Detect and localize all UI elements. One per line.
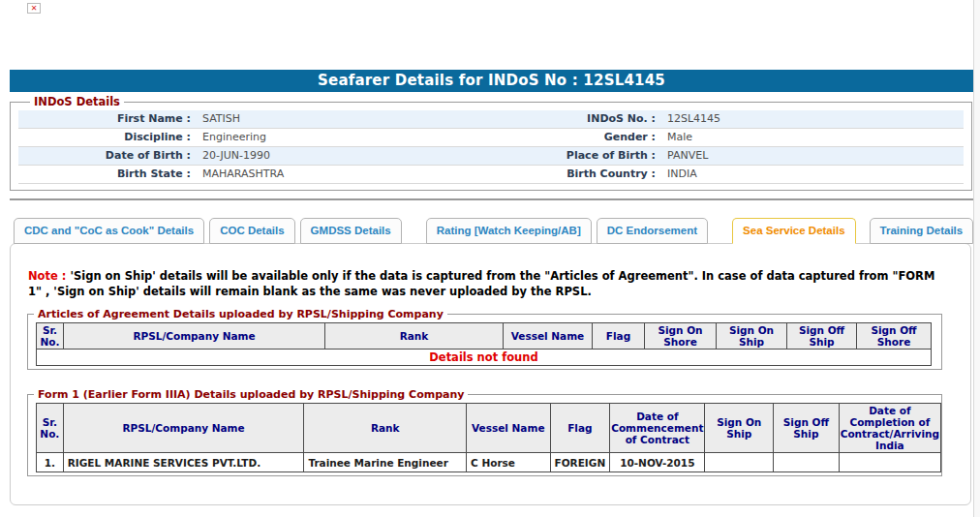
indos-details-fieldset: INDoS Details First Name : SATISH INDoS … — [10, 95, 972, 191]
column-header: Sign On Ship — [717, 323, 787, 350]
section-divider — [10, 198, 975, 200]
tab-training-details[interactable]: Training Details — [870, 218, 974, 244]
column-header: Rank — [304, 404, 467, 453]
indos-details-legend: INDoS Details — [30, 95, 124, 108]
column-header: Rank — [325, 323, 504, 350]
column-header: Vessel Name — [467, 404, 550, 453]
tab-dc-endorsement[interactable]: DC Endorsement — [597, 218, 708, 244]
column-header: Flag — [550, 404, 610, 453]
column-header: Vessel Name — [504, 323, 593, 350]
field-value: SATISH — [195, 110, 475, 128]
column-header: RPSL/Company Name — [63, 404, 304, 453]
indos-row: Discipline : Engineering Gender : Male — [18, 129, 964, 147]
column-header: Sign On Shore — [645, 323, 717, 350]
column-header: Sr. No. — [37, 323, 64, 350]
column-header: Date of Commencement of Contract — [610, 404, 705, 453]
tab-gmdss-details[interactable]: GMDSS Details — [300, 218, 402, 244]
cell-vessel-name: C Horse — [467, 453, 550, 472]
field-label: Place of Birth : — [475, 147, 659, 165]
table-row: 1. RIGEL MARINE SERVICES PVT.LTD. Traine… — [37, 453, 941, 472]
tab-coc-details[interactable]: COC Details — [209, 218, 294, 244]
form1-details-fieldset: Form 1 (Earlier Form IIIA) Details uploa… — [27, 388, 942, 476]
table-header-row: Sr. No. RPSL/Company Name Rank Vessel Na… — [37, 323, 932, 350]
field-value: Engineering — [195, 129, 475, 146]
table-header-row: Sr. No. RPSL/Company Name Rank Vessel Na… — [37, 404, 941, 453]
cell-rank: Trainee Marine Engineer — [304, 453, 467, 472]
tab-cdc-coc-cook[interactable]: CDC and "CoC as Cook" Details — [14, 218, 204, 244]
cell-flag: FOREIGN — [550, 453, 610, 472]
indos-row: Date of Birth : 20-JUN-1990 Place of Bir… — [18, 147, 964, 166]
empty-message: Details not found — [37, 350, 932, 366]
column-header: RPSL/Company Name — [64, 323, 325, 350]
column-header: Sign On Ship — [705, 404, 774, 453]
column-header: Sign Off Shore — [857, 323, 932, 350]
field-value: MAHARASHTRA — [195, 166, 475, 183]
column-header: Sign Off Ship — [774, 404, 840, 453]
articles-of-agreement-legend: Articles of Agreement Details uploaded b… — [34, 308, 447, 320]
field-label: Date of Birth : — [18, 147, 195, 165]
field-label: INDoS No. : — [475, 110, 659, 128]
tab-bar: CDC and "CoC as Cook" Details COC Detail… — [14, 218, 973, 244]
tab-rating[interactable]: Rating [Watch Keeping/AB] — [426, 218, 592, 244]
cell-company-name: RIGEL MARINE SERVICES PVT.LTD. — [63, 453, 304, 472]
field-value: Male — [659, 129, 964, 146]
cell-sr-no: 1. — [37, 453, 64, 472]
articles-of-agreement-table: Sr. No. RPSL/Company Name Rank Vessel Na… — [36, 322, 932, 366]
note-body: 'Sign on Ship' details will be available… — [28, 269, 934, 298]
cell-sign-off-ship — [774, 453, 840, 472]
indos-row: Birth State : MAHARASHTRA Birth Country … — [18, 166, 964, 184]
column-header: Flag — [593, 323, 645, 350]
field-value: 12SL4145 — [659, 110, 964, 128]
field-value: 20-JUN-1990 — [195, 147, 475, 165]
cell-commencement-date: 10-NOV-2015 — [610, 453, 705, 472]
field-value: INDIA — [659, 166, 964, 183]
note-text: Note : 'Sign on Ship' details will be av… — [28, 269, 948, 299]
articles-of-agreement-fieldset: Articles of Agreement Details uploaded b… — [27, 308, 942, 370]
cell-completion-date — [839, 453, 940, 472]
tab-sea-service-details[interactable]: Sea Service Details — [732, 218, 856, 244]
table-row: Details not found — [37, 350, 932, 366]
column-header: Sign Off Ship — [787, 323, 857, 350]
form1-details-table: Sr. No. RPSL/Company Name Rank Vessel Na… — [36, 403, 941, 472]
field-value: PANVEL — [659, 147, 964, 165]
page-title: Seafarer Details for INDoS No : 12SL4145 — [10, 70, 973, 92]
cell-sign-on-ship — [705, 453, 774, 472]
vertical-scrollbar[interactable] — [973, 0, 980, 517]
column-header: Date of Completion of Contract/Arriving … — [839, 404, 940, 453]
column-header: Sr. No. — [37, 404, 64, 453]
note-prefix: Note : — [28, 269, 66, 283]
form1-details-legend: Form 1 (Earlier Form IIIA) Details uploa… — [34, 388, 468, 401]
field-label: Gender : — [475, 129, 659, 146]
tab-content-panel: Note : 'Sign on Ship' details will be av… — [10, 243, 971, 505]
field-label: First Name : — [18, 110, 195, 128]
indos-row: First Name : SATISH INDoS No. : 12SL4145 — [18, 110, 964, 129]
field-label: Birth Country : — [475, 166, 659, 183]
field-label: Discipline : — [18, 129, 195, 146]
broken-image-icon — [27, 3, 41, 14]
field-label: Birth State : — [18, 166, 195, 183]
